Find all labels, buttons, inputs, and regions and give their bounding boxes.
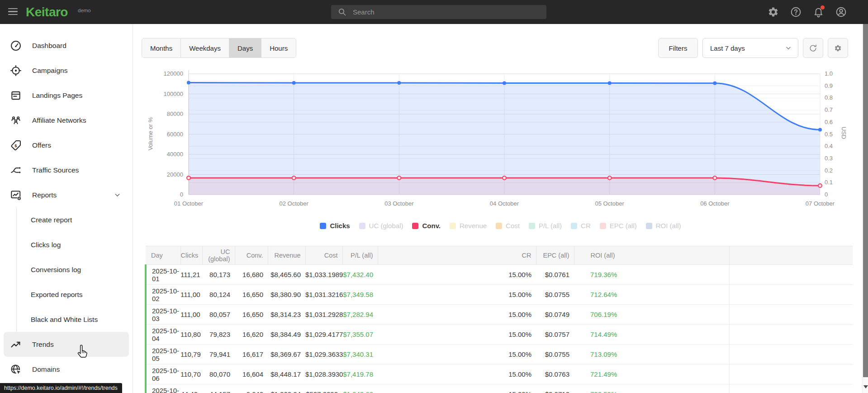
sidebar-item-dashboard[interactable]: Dashboard (4, 33, 129, 58)
column-header-cr[interactable]: CR (378, 246, 536, 265)
cell-roi: 719.36% (574, 265, 729, 285)
sidebar-subitem-create-report[interactable]: Create report (4, 207, 129, 232)
sidebar-subitem-label: Clicks log (31, 241, 61, 249)
cell-day: 2025-10-02 (146, 285, 180, 305)
table-row[interactable]: 2025-10-05110,7979,94116,617$8,369.67$1,… (146, 345, 853, 364)
sidebar-item-reports[interactable]: Reports (4, 182, 129, 207)
column-header-cost[interactable]: Cost (305, 246, 342, 265)
help-button[interactable] (790, 6, 802, 18)
search-input[interactable] (352, 8, 526, 16)
tab-hours[interactable]: Hours (261, 38, 296, 58)
global-search[interactable] (331, 5, 546, 19)
sidebar-item-landings-pages[interactable]: Landings Pages (4, 83, 129, 108)
sidebar-item-trends[interactable]: Trends (4, 332, 129, 357)
table-row[interactable]: 2025-10-06110,7080,07016,604$8,448.17$1,… (146, 364, 853, 384)
table-row[interactable]: 2025-10-03111,0080,05716,650$8,314.23$1,… (146, 305, 853, 325)
column-header-revenue[interactable]: Revenue (268, 246, 305, 265)
cell-cr: 15.00% (378, 384, 536, 393)
top-bar-icons (768, 6, 847, 18)
submenu-indent-line (16, 207, 17, 332)
legend-item-clicks[interactable]: Clicks (320, 222, 350, 230)
column-header-pl-all[interactable]: P/L (all) (342, 246, 378, 265)
y-axis-title: Volume or % (147, 106, 154, 162)
cell-pl: $7,355.07 (342, 325, 378, 345)
search-icon (338, 8, 346, 16)
cell-day: 2025-10-05 (146, 345, 180, 364)
chart-settings-button[interactable] (828, 38, 848, 58)
legend-label: ROI (all) (656, 222, 681, 230)
legend-swatch (412, 223, 418, 229)
table-row[interactable]: 2025-10-02111,0080,12416,650$8,380.90$1,… (146, 285, 853, 305)
cell-clicks: 111,00 (180, 305, 202, 325)
table-row[interactable]: 2025-10-04110,8079,82316,620$8,384.49$1,… (146, 325, 853, 345)
sidebar-item-campaigns[interactable]: Campaigns (4, 58, 129, 83)
table-row[interactable]: 2025-10-0744,4044,1576,642$1,003.34$507.… (146, 384, 853, 393)
column-header-conv[interactable]: Conv. (235, 246, 268, 265)
cell-cost: $1,031.2928 (305, 305, 342, 325)
cell-filler (729, 265, 853, 285)
date-range-select[interactable]: Last 7 days (702, 38, 798, 58)
x-axis-tick: 05 October (589, 200, 630, 207)
table-header-row: Day Clicks UC (global) Conv. Revenue Cos… (146, 246, 853, 265)
cell-conv: 16,604 (235, 364, 268, 384)
cell-roi: 712.64% (574, 285, 729, 305)
cell-roi: 714.49% (574, 325, 729, 345)
legend-swatch (320, 223, 326, 229)
sidebar-subitem-black-and-white-lists[interactable]: Black and White Lists (4, 307, 129, 332)
tab-weekdays[interactable]: Weekdays (180, 38, 229, 58)
settings-button[interactable] (768, 6, 779, 18)
trends-table: Day Clicks UC (global) Conv. Revenue Cos… (145, 246, 853, 393)
sidebar-item-traffic-sources[interactable]: Traffic Sources (4, 158, 129, 182)
cell-roi: 706.19% (574, 305, 729, 325)
legend-item-uc-global[interactable]: UC (global) (359, 222, 403, 230)
y2-axis-tick: 1.0 (825, 70, 843, 77)
column-header-clicks[interactable]: Clicks (180, 246, 202, 265)
menu-toggle-button[interactable] (8, 8, 18, 15)
scrollbar-down-arrow[interactable] (863, 385, 868, 391)
sidebar-subitem-clicks-log[interactable]: Clicks log (4, 232, 129, 257)
y-axis-tick: 0 (160, 191, 183, 198)
legend-item-p-l-all[interactable]: P/L (all) (529, 222, 562, 230)
price-tag-icon: $ (10, 139, 22, 151)
legend-swatch (600, 223, 606, 229)
legend-swatch (646, 223, 652, 229)
table-row[interactable]: 2025-10-01111,2180,17316,680$8,465.60$1,… (146, 265, 853, 285)
chart-plot-area[interactable] (133, 63, 868, 213)
legend-item-cr[interactable]: CR (571, 222, 591, 230)
cell-cost: $507.3292 (305, 384, 342, 393)
main-content: Months Weekdays Days Hours Filters Last … (133, 24, 868, 393)
sidebar-item-affiliate-networks[interactable]: Affiliate Networks (4, 108, 129, 133)
svg-text:$: $ (14, 143, 17, 148)
column-header-epc-all[interactable]: EPC (all) (536, 246, 574, 265)
scrollbar[interactable] (862, 24, 868, 393)
sidebar-subitem-exported-reports[interactable]: Exported reports (4, 282, 129, 307)
column-header-day[interactable]: Day (146, 246, 180, 265)
cell-day: 2025-10-01 (146, 265, 180, 285)
scrollbar-thumb[interactable] (863, 24, 868, 377)
filters-button[interactable]: Filters (658, 38, 698, 58)
refresh-button[interactable] (803, 38, 823, 58)
cell-day: 2025-10-07 (146, 384, 180, 393)
legend-item-revenue[interactable]: Revenue (450, 222, 487, 230)
tab-months[interactable]: Months (142, 38, 180, 58)
sidebar-item-label: Domains (32, 365, 60, 374)
tab-days[interactable]: Days (229, 38, 261, 58)
legend-item-conv[interactable]: Conv. (412, 222, 441, 230)
sidebar-subitem-conversions-log[interactable]: Conversions log (4, 257, 129, 282)
legend-item-roi-all[interactable]: ROI (all) (646, 222, 681, 230)
trends-chart[interactable]: 02000040000600008000010000012000000.10.2… (133, 63, 868, 213)
status-bar-url: https://demo.keitaro.io/admin/#!/trends/… (0, 383, 122, 393)
sidebar-item-offers[interactable]: $ Offers (4, 133, 129, 158)
app-logo[interactable]: Keitaro (26, 5, 68, 19)
column-header-filler (729, 246, 853, 265)
sidebar-item-label: Landings Pages (32, 91, 82, 100)
notifications-button[interactable] (813, 6, 824, 18)
account-button[interactable] (835, 6, 847, 18)
legend-item-cost[interactable]: Cost (496, 222, 520, 230)
cell-cost: $1,028.3930 (305, 364, 342, 384)
legend-item-epc-all[interactable]: EPC (all) (600, 222, 637, 230)
column-header-roi-all[interactable]: ROI (all) (574, 246, 729, 265)
column-header-uc-global[interactable]: UC (global) (202, 246, 235, 265)
sidebar-item-domains[interactable]: Domains (4, 357, 129, 382)
cell-uc: 44,157 (202, 384, 235, 393)
